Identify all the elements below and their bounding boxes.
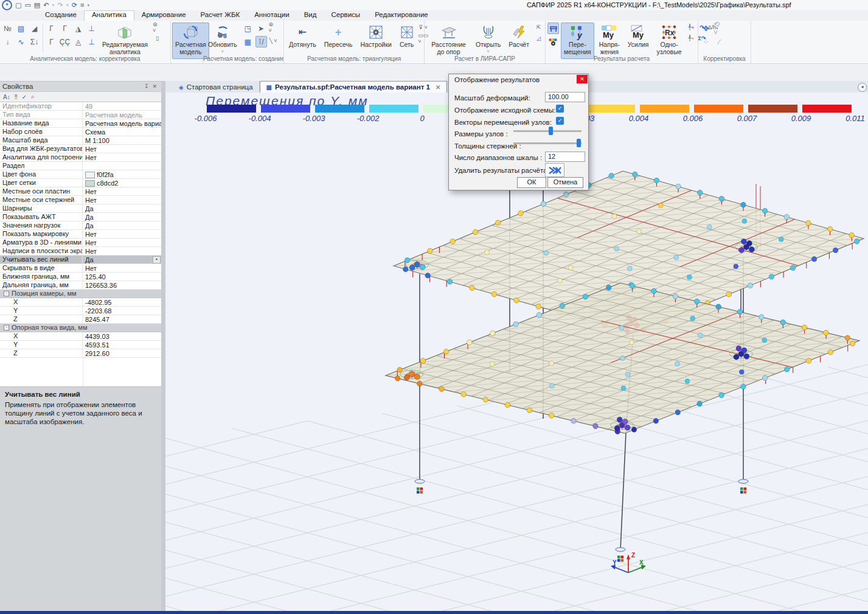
new-document-icon[interactable]: ▢ xyxy=(15,1,21,10)
menu-item-2[interactable]: Армирование xyxy=(134,10,193,21)
property-value[interactable]: -2203.68 xyxy=(83,307,161,315)
mesh-button[interactable]: Сеть xyxy=(397,23,417,59)
stresses-button[interactable]: Му Напря- жения xyxy=(596,23,623,59)
truss-icon[interactable]: ◮ xyxy=(72,23,84,34)
collapse-icon[interactable]: − xyxy=(4,291,9,296)
property-value[interactable]: Нет xyxy=(83,239,161,246)
rotate-icon[interactable]: ⟲ ˅ xyxy=(713,23,725,34)
scheme-view-icon[interactable] xyxy=(547,23,559,34)
cancel-button[interactable]: Отмена xyxy=(547,177,583,188)
property-value[interactable]: М 1:100 xyxy=(83,136,161,144)
bar-divide-icon[interactable]: ⊺/ xyxy=(255,36,267,47)
color-swatch[interactable] xyxy=(85,172,95,178)
truss2-icon[interactable]: ◬ xyxy=(72,36,84,47)
redo-dropdown-icon[interactable]: ˅ xyxy=(66,3,69,7)
calculate-button[interactable]: Расчёт xyxy=(505,23,532,59)
mesh-edit-icon[interactable]: ▦ xyxy=(242,36,254,47)
source-scheme-checkbox[interactable]: ✓ xyxy=(556,105,564,113)
menu-item-7[interactable]: Редактирование xyxy=(367,10,436,21)
sync-icon[interactable]: ⟳ xyxy=(72,1,77,10)
menu-item-4[interactable]: Аннотации xyxy=(247,10,296,21)
extend-button[interactable]: ⇤ Дотянуть xyxy=(286,23,319,59)
bar-thickness-slider[interactable] xyxy=(513,139,582,147)
property-value[interactable]: c8dcd2 xyxy=(83,179,161,187)
property-value[interactable] xyxy=(83,162,161,170)
single-node-button[interactable]: Rx Одно- узловые xyxy=(654,23,685,59)
qat-more-icon[interactable]: ▾ xyxy=(87,3,89,8)
forces-button[interactable]: Му Усилия xyxy=(625,23,652,59)
scale-ranges-input[interactable]: 12 xyxy=(545,152,585,162)
triangulation-settings-button[interactable]: Настройки xyxy=(357,23,395,59)
property-value[interactable]: Нет xyxy=(83,153,161,161)
points-icon[interactable]: ⁘ xyxy=(700,36,712,47)
property-value[interactable]: 126653.36 xyxy=(83,281,161,289)
document-tab-1[interactable]: ▦Результаты.spf:Расчетная модель вариант… xyxy=(260,81,448,92)
property-value[interactable]: Нет xyxy=(83,247,161,255)
value-dropdown-icon[interactable]: ▾ xyxy=(153,256,161,263)
property-value[interactable]: Нет xyxy=(83,230,161,238)
dialog-close-icon[interactable]: ✕ xyxy=(577,75,588,83)
sort-icon[interactable]: А↕ xyxy=(3,94,10,100)
tab-scroll-button[interactable]: ◂ xyxy=(858,83,867,92)
ok-button[interactable]: ОК xyxy=(517,177,546,188)
mast-yellow-icon[interactable]: ╀● xyxy=(687,33,696,43)
intersect-button[interactable]: + Пересечь xyxy=(321,23,356,59)
fixed-support2-icon[interactable]: ⊥ xyxy=(86,36,97,47)
corner-support3-icon[interactable]: Γ xyxy=(46,36,57,47)
property-group-header[interactable]: −Опорная точка вида, мм xyxy=(0,324,161,332)
open-in-lira-button[interactable]: Открыть ˅ xyxy=(473,23,504,59)
property-value[interactable]: -4802.95 xyxy=(83,298,161,306)
property-value[interactable]: 2912.60 xyxy=(83,349,161,357)
print-icon[interactable]: ≡ xyxy=(80,1,84,10)
corner-support-icon[interactable]: Γ xyxy=(46,23,57,34)
property-value[interactable]: Нет xyxy=(83,145,161,153)
menu-item-3[interactable]: Расчет ЖБК xyxy=(193,10,248,21)
protractor-icon[interactable]: ◿ xyxy=(534,33,543,43)
property-value[interactable]: Нет xyxy=(83,187,161,195)
delete-results-button[interactable] xyxy=(545,163,564,177)
line-edit-icon[interactable]: ∕ xyxy=(713,36,725,47)
pin-icon[interactable]: ↧ xyxy=(142,83,151,89)
menu-item-0[interactable]: Создание xyxy=(38,10,84,21)
close-panel-icon[interactable]: ✕ xyxy=(150,83,159,89)
property-value[interactable]: Нет xyxy=(83,264,161,272)
load-down-icon[interactable]: ↓ xyxy=(2,36,13,47)
move-icon[interactable]: ✥ xyxy=(700,23,712,34)
property-value[interactable]: Да▾ xyxy=(83,256,161,263)
property-value[interactable]: Да xyxy=(83,204,161,212)
property-value[interactable]: Да xyxy=(83,222,161,229)
numbering-icon[interactable]: № xyxy=(2,23,13,34)
property-value[interactable]: Расчетная модель xyxy=(83,111,161,119)
mast-pink-icon[interactable]: ╀● xyxy=(687,23,696,32)
tab-close-icon[interactable]: ✕ xyxy=(436,84,440,91)
wave-icon[interactable]: ∿ xyxy=(15,36,27,47)
mosaic-gear-icon[interactable] xyxy=(547,36,559,47)
menu-item-6[interactable]: Сервисы xyxy=(324,10,367,21)
refresh-model-button[interactable]: Обновить ˅ xyxy=(205,23,240,59)
slope-icon[interactable]: ◢ xyxy=(29,23,40,34)
important-icon[interactable]: ‼ xyxy=(15,94,18,100)
menu-item-5[interactable]: Вид xyxy=(297,10,324,21)
apply-icon[interactable]: ✓ xyxy=(22,94,27,100)
bar-icon[interactable]: ▯ xyxy=(153,33,162,43)
redo-icon[interactable]: ↷ xyxy=(58,1,63,10)
undo-dropdown-icon[interactable]: ˅ xyxy=(52,3,54,7)
collapse-icon[interactable]: − xyxy=(4,325,9,330)
property-value[interactable]: 125.40 xyxy=(83,273,161,281)
menu-item-1[interactable]: Аналитика xyxy=(84,10,134,21)
property-value[interactable]: 8245.47 xyxy=(83,315,161,323)
property-value[interactable]: Схема xyxy=(83,128,161,136)
search-icon[interactable]: ⌕ xyxy=(31,93,35,100)
color-swatch[interactable] xyxy=(85,180,95,187)
node-vectors-checkbox[interactable]: ✓ xyxy=(556,117,564,125)
property-value[interactable]: Расчетная модель вариан... xyxy=(83,119,161,127)
fixed-support-icon[interactable]: ⊥ xyxy=(86,23,97,34)
node-size-slider[interactable] xyxy=(513,127,582,135)
save-icon[interactable]: ▤ xyxy=(34,1,40,10)
undo-icon[interactable]: ↶ xyxy=(43,1,49,10)
app-logo-icon[interactable]: ✦ xyxy=(2,0,12,10)
open-folder-icon[interactable]: ▭ xyxy=(24,1,30,10)
property-value[interactable]: f0f2fa xyxy=(83,170,161,178)
copy-support-icon[interactable]: ÇÇ xyxy=(59,36,71,47)
diagonal-icon[interactable]: ╲ ˅ xyxy=(269,36,278,45)
